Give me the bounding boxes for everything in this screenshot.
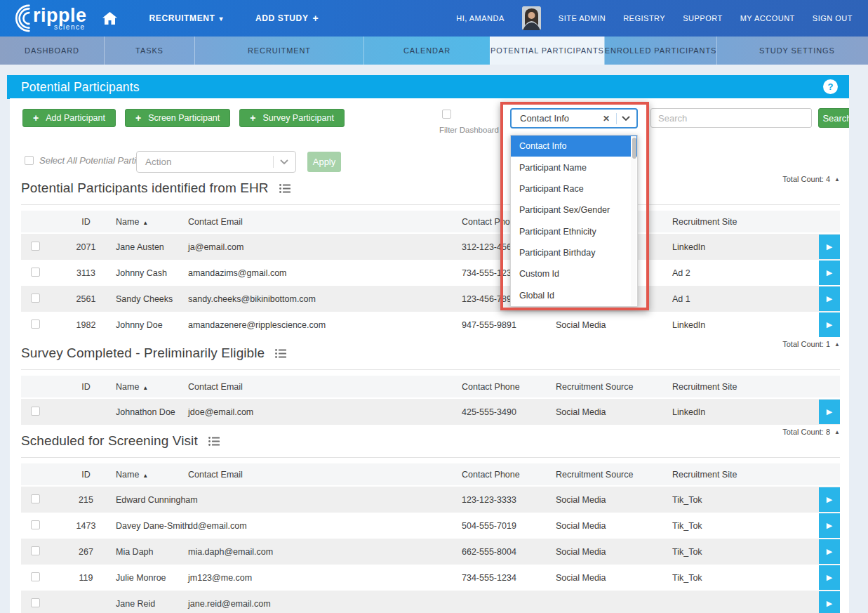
column-header-contact-email[interactable]: Contact Email bbox=[188, 382, 449, 392]
row-checkbox[interactable] bbox=[31, 242, 40, 251]
cell-email: dd@email.com bbox=[188, 521, 449, 531]
select-all-checkbox[interactable] bbox=[25, 156, 34, 165]
tab-enrolled-participants[interactable]: ENROLLED PARTICIPANTS bbox=[604, 37, 717, 65]
dropdown-option-participant-sex-gender[interactable]: Participant Sex/Gender bbox=[511, 199, 637, 220]
cell-name: Julie Monroe bbox=[116, 573, 188, 583]
tab-potential-participants[interactable]: POTENTIAL PARTICIPANTS bbox=[490, 37, 604, 65]
section-title: Scheduled for Screening Visit bbox=[21, 433, 198, 449]
row-checkbox[interactable] bbox=[31, 407, 40, 416]
cell-source: Social Media bbox=[549, 320, 667, 330]
home-icon[interactable] bbox=[102, 12, 117, 25]
column-header-contact-email[interactable]: Contact Email bbox=[188, 470, 449, 480]
add-participant-button[interactable]: +Add Participant bbox=[22, 109, 116, 127]
action-select[interactable]: Action bbox=[136, 151, 296, 173]
avatar[interactable] bbox=[522, 6, 541, 30]
row-detail-button[interactable]: ▶ bbox=[819, 513, 840, 538]
tab-tasks[interactable]: TASKS bbox=[104, 37, 194, 65]
row-detail-button[interactable]: ▶ bbox=[819, 487, 840, 512]
dropdown-option-global-id[interactable]: Global Id bbox=[511, 285, 637, 306]
column-header-contact-email[interactable]: Contact Email bbox=[188, 217, 449, 227]
nav-recruitment-menu[interactable]: RECRUITMENT ▾ bbox=[149, 13, 224, 23]
row-detail-button[interactable]: ▶ bbox=[819, 312, 840, 337]
clear-icon[interactable]: ✕ bbox=[600, 114, 613, 124]
cell-name: Jane Austen bbox=[116, 242, 188, 252]
table-row: 3113Johnny Cashamandazims@gmail.com734-5… bbox=[21, 260, 840, 286]
dropdown-option-contact-info[interactable]: Contact Info bbox=[511, 136, 637, 157]
total-count: Total Count: 1▲ bbox=[782, 340, 840, 348]
header-link-sign-out[interactable]: SIGN OUT bbox=[813, 14, 853, 22]
nav-add-study[interactable]: ADD STUDY + bbox=[255, 13, 319, 24]
column-header-id[interactable]: ID bbox=[56, 382, 116, 392]
row-checkbox[interactable] bbox=[31, 294, 40, 303]
help-icon[interactable]: ? bbox=[823, 79, 838, 94]
row-detail-button[interactable]: ▶ bbox=[819, 591, 840, 613]
scrollbar-thumb[interactable] bbox=[632, 138, 636, 159]
row-detail-button[interactable]: ▶ bbox=[819, 539, 840, 564]
row-checkbox[interactable] bbox=[31, 546, 40, 555]
column-header-recruitment-site[interactable]: Recruitment Site bbox=[667, 470, 819, 480]
cell-site: LinkedIn bbox=[667, 320, 819, 330]
row-detail-button[interactable]: ▶ bbox=[819, 261, 840, 285]
cell-site: Tik_Tok bbox=[667, 547, 819, 557]
tab-dashboard[interactable]: DASHBOARD bbox=[0, 37, 104, 65]
column-header-recruitment-source[interactable]: Recruitment Source bbox=[549, 382, 667, 392]
section-title: Survey Completed - Preliminarily Eligibl… bbox=[21, 345, 265, 361]
dropdown-option-participant-race[interactable]: Participant Race bbox=[511, 178, 637, 199]
dropdown-option-participant-ethnicity[interactable]: Participant Ethnicity bbox=[511, 221, 637, 242]
column-header-name[interactable]: Name▲ bbox=[116, 470, 188, 480]
list-icon[interactable] bbox=[208, 437, 220, 446]
cell-phone: 662-555-8004 bbox=[449, 547, 549, 557]
row-checkbox[interactable] bbox=[31, 598, 40, 607]
row-checkbox[interactable] bbox=[31, 520, 40, 529]
sort-asc-icon: ▲ bbox=[142, 385, 148, 391]
chevron-down-icon[interactable] bbox=[622, 116, 630, 121]
table-row: 215Edward Cunningham123-123-3333Social M… bbox=[21, 487, 840, 513]
header-link-site-admin[interactable]: SITE ADMIN bbox=[559, 14, 606, 22]
survey-participant-button[interactable]: +Survey Participant bbox=[239, 109, 345, 127]
column-header-contact-phone[interactable]: Contact Phone bbox=[449, 382, 549, 392]
column-header-id[interactable]: ID bbox=[56, 217, 116, 227]
row-checkbox[interactable] bbox=[31, 319, 40, 329]
filter-combobox[interactable]: Contact Info ✕ bbox=[510, 108, 638, 128]
column-header-recruitment-site[interactable]: Recruitment Site bbox=[667, 217, 819, 227]
column-header-recruitment-site[interactable]: Recruitment Site bbox=[667, 382, 819, 392]
column-header-contact-phone[interactable]: Contact Phone bbox=[449, 470, 549, 480]
column-header-name[interactable]: Name▲ bbox=[116, 382, 188, 392]
tab-calendar[interactable]: CALENDAR bbox=[363, 37, 490, 65]
ripple-logo[interactable]: ripple science bbox=[10, 4, 87, 32]
section-divider bbox=[21, 457, 840, 458]
row-checkbox[interactable] bbox=[31, 572, 40, 581]
tab-study-settings[interactable]: STUDY SETTINGS bbox=[716, 37, 868, 65]
header-link-my-account[interactable]: MY ACCOUNT bbox=[740, 14, 795, 22]
apply-button[interactable]: Apply bbox=[307, 152, 341, 172]
collapse-icon[interactable]: ▲ bbox=[834, 429, 840, 435]
collapse-icon[interactable]: ▲ bbox=[834, 341, 840, 348]
search-input[interactable] bbox=[650, 108, 812, 128]
row-checkbox[interactable] bbox=[31, 268, 40, 277]
screen-participant-button[interactable]: +Screen Participant bbox=[125, 109, 230, 127]
row-checkbox[interactable] bbox=[31, 494, 40, 503]
column-header-id[interactable]: ID bbox=[56, 470, 116, 480]
dropdown-option-participant-birthday[interactable]: Participant Birthday bbox=[511, 242, 637, 263]
action-buttons: +Add Participant+Screen Participant+Surv… bbox=[22, 109, 345, 127]
row-detail-button[interactable]: ▶ bbox=[819, 565, 840, 590]
column-header-recruitment-source[interactable]: Recruitment Source bbox=[549, 470, 667, 480]
total-count-label: Total Count: 1 bbox=[782, 340, 830, 348]
plus-icon: + bbox=[250, 112, 255, 124]
search-button[interactable]: Search bbox=[818, 108, 849, 128]
row-detail-button[interactable]: ▶ bbox=[819, 286, 840, 311]
row-detail-button[interactable]: ▶ bbox=[819, 400, 840, 424]
dropdown-option-custom-id[interactable]: Custom Id bbox=[511, 263, 637, 284]
filter-dashboard-checkbox[interactable] bbox=[442, 110, 451, 119]
tab-recruitment[interactable]: RECRUITMENT bbox=[194, 37, 363, 65]
list-icon[interactable] bbox=[275, 349, 286, 358]
collapse-icon[interactable]: ▲ bbox=[834, 176, 840, 183]
list-icon[interactable] bbox=[279, 184, 291, 193]
header-link-support[interactable]: SUPPORT bbox=[683, 14, 722, 22]
row-detail-button[interactable]: ▶ bbox=[819, 235, 840, 259]
dropdown-option-participant-name[interactable]: Participant Name bbox=[511, 157, 637, 178]
column-header-name[interactable]: Name▲ bbox=[116, 217, 188, 227]
scrollbar-track[interactable] bbox=[631, 136, 636, 305]
header-link-registry[interactable]: REGISTRY bbox=[623, 14, 665, 22]
cell-site: Tik_Tok bbox=[667, 495, 819, 505]
